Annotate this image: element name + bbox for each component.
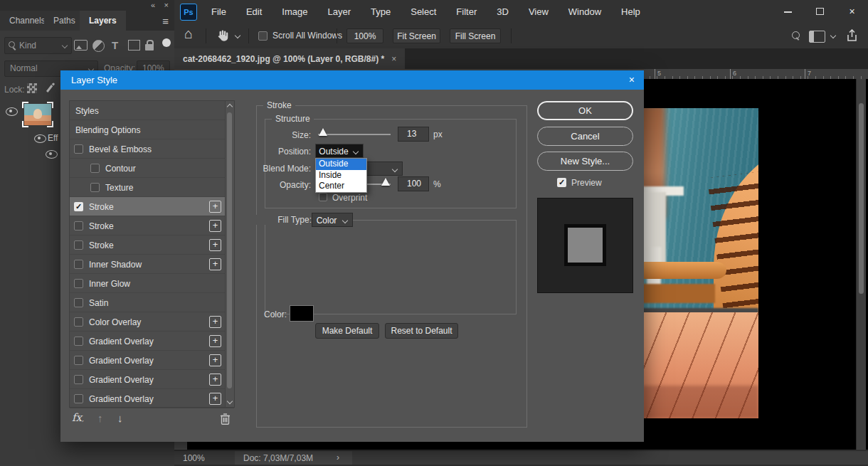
size-slider[interactable] (318, 134, 391, 135)
maximize-button[interactable] (804, 0, 836, 23)
search-icon[interactable] (792, 31, 800, 39)
tab-layers[interactable]: Layers (80, 11, 126, 31)
home-icon[interactable]: ⌂ (184, 26, 193, 42)
layer-filter-search[interactable]: Kind (4, 37, 72, 54)
effect-checkbox[interactable] (74, 260, 83, 269)
effect-checkbox[interactable] (74, 317, 83, 327)
style-row-inner-glow[interactable]: Inner Glow (70, 274, 234, 293)
filter-adjustment-layers-icon[interactable] (92, 40, 105, 52)
status-angle-icon[interactable]: › (337, 452, 339, 462)
add-effect-instance-button[interactable]: + (209, 220, 221, 232)
filter-shape-layers-icon[interactable] (128, 40, 140, 51)
filter-type-layers-icon[interactable]: T (112, 40, 118, 51)
style-row-inner-shadow[interactable]: Inner Shadow+ (70, 255, 234, 274)
style-row-stroke[interactable]: ✓Stroke+ (70, 197, 234, 216)
position-option-center[interactable]: Center (316, 181, 366, 192)
add-effect-instance-button[interactable]: + (209, 354, 221, 366)
scroll-up-icon[interactable] (227, 104, 233, 110)
lock-transparency-icon[interactable] (27, 83, 37, 93)
menu-3d[interactable]: 3D (487, 0, 519, 23)
add-effect-instance-button[interactable]: + (209, 316, 221, 328)
close-window-button[interactable]: × (836, 0, 868, 23)
fill-type-dropdown[interactable]: Color (312, 213, 353, 227)
dialog-close-icon[interactable]: × (629, 74, 635, 85)
layer-visibility-eye-icon[interactable] (6, 107, 18, 116)
menu-view[interactable]: View (519, 0, 559, 23)
filter-smart-objects-icon[interactable] (145, 44, 154, 51)
opacity-slider-thumb[interactable] (381, 178, 390, 186)
style-row-stroke[interactable]: Stroke+ (70, 216, 234, 235)
effect-checkbox[interactable] (90, 164, 100, 173)
add-effect-instance-button[interactable]: + (209, 374, 221, 386)
lock-paint-brush-icon[interactable] (44, 82, 55, 93)
effect-checkbox[interactable] (74, 279, 83, 288)
effect-checkbox[interactable] (74, 221, 83, 231)
menu-file[interactable]: File (201, 0, 236, 23)
filter-pixel-layers-icon[interactable] (74, 40, 88, 51)
style-row-gradient-overlay[interactable]: Gradient Overlay+ (70, 389, 234, 408)
menu-select[interactable]: Select (401, 0, 446, 23)
effects-visibility-eye-icon[interactable] (34, 134, 46, 143)
delete-effect-trash-icon[interactable] (220, 413, 231, 425)
size-slider-thumb[interactable] (319, 128, 327, 136)
effect-checkbox[interactable] (74, 298, 83, 307)
add-effect-instance-button[interactable]: + (209, 201, 221, 213)
ok-button[interactable]: OK (537, 101, 633, 120)
add-effect-fx-button[interactable]: fx‚ (72, 411, 84, 424)
fit-screen-button[interactable]: Fit Screen (393, 28, 440, 43)
fill-screen-button[interactable]: Fill Screen (450, 28, 501, 43)
vertical-scrollbar-thumb[interactable] (859, 103, 864, 294)
effect-checkbox[interactable] (74, 144, 83, 154)
cancel-button[interactable]: Cancel (537, 127, 633, 146)
status-doc-info[interactable]: Doc: 7,03M/7,03M (235, 451, 352, 465)
vertical-scrollbar[interactable] (856, 79, 866, 450)
menu-type[interactable]: Type (361, 0, 401, 23)
filter-toggle-icon[interactable] (162, 38, 171, 47)
style-row-stroke[interactable]: Stroke+ (70, 235, 234, 255)
collapse-panel-icon[interactable]: « (151, 0, 155, 10)
opacity-input[interactable]: 100 (398, 176, 429, 191)
effect-checkbox[interactable] (74, 337, 83, 346)
overprint-checkbox[interactable] (319, 193, 327, 201)
move-effect-up-button[interactable]: ↑ (97, 412, 103, 424)
menu-edit[interactable]: Edit (236, 0, 272, 23)
new-style-button[interactable]: New Style... (537, 152, 633, 171)
position-dropdown[interactable]: Outside (315, 144, 364, 158)
menu-filter[interactable]: Filter (446, 0, 487, 23)
position-option-outside[interactable]: Outside (316, 159, 366, 170)
menu-help[interactable]: Help (611, 0, 650, 23)
scroll-down-icon[interactable] (227, 398, 233, 404)
menu-layer[interactable]: Layer (318, 0, 361, 23)
position-option-inside[interactable]: Inside (316, 170, 366, 181)
hand-tool-chevron-icon[interactable] (235, 33, 240, 38)
add-effect-instance-button[interactable]: + (209, 393, 221, 405)
minimize-button[interactable] (772, 0, 804, 23)
stroke-color-swatch[interactable] (290, 305, 314, 322)
close-panel-icon[interactable]: × (164, 0, 169, 10)
status-zoom-level[interactable]: 100% (183, 453, 205, 463)
make-default-button[interactable]: Make Default (315, 323, 379, 339)
style-row-gradient-overlay[interactable]: Gradient Overlay+ (70, 370, 234, 389)
layer-thumbnail[interactable] (24, 104, 51, 125)
style-row-gradient-overlay[interactable]: Gradient Overlay+ (70, 351, 234, 370)
add-effect-instance-button[interactable]: + (209, 258, 221, 270)
add-effect-instance-button[interactable]: + (209, 335, 221, 347)
tab-paths[interactable]: Paths (44, 11, 85, 31)
preview-checkbox[interactable]: ✓ (557, 178, 566, 187)
close-document-icon[interactable]: × (391, 54, 396, 64)
document-tab[interactable]: cat-2068462_1920.jpg @ 100% (Layer 0, RG… (174, 48, 405, 69)
effect-checkbox[interactable] (90, 183, 100, 192)
style-row-styles[interactable]: Styles (70, 101, 234, 120)
menu-image[interactable]: Image (272, 0, 317, 23)
effect-checkbox[interactable] (74, 240, 83, 250)
add-effect-instance-button[interactable]: + (209, 239, 221, 251)
effect-checkbox[interactable] (74, 356, 83, 365)
style-row-satin[interactable]: Satin (70, 293, 234, 312)
scroll-all-windows-checkbox[interactable] (258, 31, 268, 41)
hand-tool-icon[interactable] (216, 29, 229, 43)
effect-checkbox[interactable] (74, 394, 83, 403)
workspace-chevron-icon[interactable] (830, 33, 836, 38)
share-icon[interactable] (846, 29, 858, 42)
style-row-gradient-overlay[interactable]: Gradient Overlay+ (70, 332, 234, 351)
workspace-switcher-icon[interactable] (809, 31, 825, 43)
